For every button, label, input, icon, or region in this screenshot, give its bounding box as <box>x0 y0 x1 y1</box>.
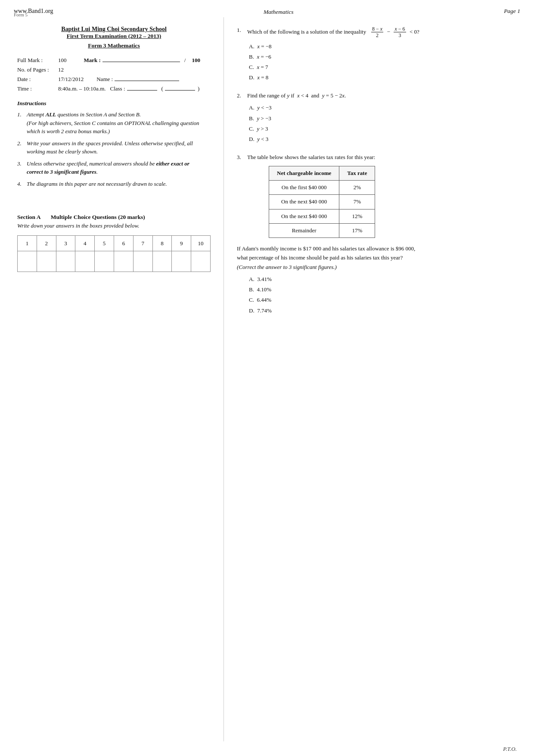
ans-num-9: 9 <box>172 236 191 251</box>
ans-box-3[interactable] <box>56 251 75 272</box>
q3-table-wrapper: Net chargeable income Tax rate On the fi… <box>247 166 521 238</box>
ans-box-10[interactable] <box>191 251 211 272</box>
fullmark-row: Full Mark : 100 Mark : / 100 <box>17 57 211 64</box>
all-bold: ALL <box>46 111 56 118</box>
q1-opt-c: C. x = 7 <box>249 63 521 72</box>
q3-opt-b: B. 4.10% <box>249 285 521 294</box>
q3-after-text: If Adam's monthly income is $17 000 and … <box>237 244 521 272</box>
form-title: Form 3 Mathematics <box>17 42 211 49</box>
tax-income-2: On the next $40 000 <box>269 195 339 209</box>
q2-text: Find the range of y if x < 4 and y = 5 −… <box>247 91 346 100</box>
frac-rhs-num: x − 6 <box>394 26 406 32</box>
answer-table: 1 2 3 4 5 6 7 8 9 10 <box>17 235 211 272</box>
q3-opt-d: D. 7.74% <box>249 306 521 315</box>
instr-num-4: 4. <box>17 180 27 188</box>
tax-income-remainder: Remainder <box>269 223 339 237</box>
ans-box-2[interactable] <box>37 251 56 272</box>
ans-num-6: 6 <box>114 236 133 251</box>
ans-box-9[interactable] <box>172 251 191 272</box>
ans-num-5: 5 <box>95 236 114 251</box>
q3-num: 3. <box>237 153 247 162</box>
frac-rhs-den: 3 <box>397 32 402 38</box>
instruction-4: 4. The diagrams in this paper are not ne… <box>17 180 211 188</box>
tax-income-1: On the first $40 000 <box>269 181 339 195</box>
section-a-header: Section A Multiple Choice Questions (20 … <box>17 214 211 221</box>
tax-row-3: On the next $40 000 12% <box>269 209 375 223</box>
instr-text-2: Write your answers in the spaces provide… <box>27 139 211 156</box>
tax-header-income: Net chargeable income <box>269 166 339 181</box>
ans-box-6[interactable] <box>114 251 133 272</box>
name-label: Name : <box>96 76 113 83</box>
instr-num-1: 1. <box>17 110 27 136</box>
ans-num-7: 7 <box>133 236 152 251</box>
q1-num: 1. <box>237 26 247 34</box>
page: www.Band1.org Mathematics Page 1 Form 5 … <box>0 0 534 756</box>
footer: P.T.O. <box>0 741 534 756</box>
tax-row-2: On the next $40 000 7% <box>269 195 375 209</box>
open-paren: ( <box>161 85 163 92</box>
time-value: 8:40a.m. – 10:10a.m. <box>58 85 106 92</box>
ans-box-7[interactable] <box>133 251 152 272</box>
section-a-title-text: Multiple Choice Questions (20 marks) <box>51 214 145 220</box>
close-paren: ) <box>198 85 199 92</box>
instr-text-4: The diagrams in this paper are not neces… <box>27 180 211 188</box>
pages-label: No. of Pages : <box>17 66 58 73</box>
ans-num-1: 1 <box>18 236 37 251</box>
ans-num-4: 4 <box>75 236 95 251</box>
date-row: Date : 17/12/2012 Name : <box>17 76 211 83</box>
tax-rate-2: 7% <box>339 195 375 209</box>
q1-line: 1. Which of the following is a solution … <box>237 26 521 39</box>
q2-opt-b: B. y > −3 <box>249 114 521 123</box>
ans-num-3: 3 <box>56 236 75 251</box>
time-row: Time : 8:40a.m. – 10:10a.m. Class : ( ) <box>17 85 211 92</box>
fullmark-label: Full Mark : <box>17 57 58 64</box>
question-1: 1. Which of the following is a solution … <box>237 26 521 82</box>
tax-row-remainder: Remainder 17% <box>269 223 375 237</box>
section-a: Section A Multiple Choice Questions (20 … <box>17 214 211 272</box>
frac-lhs-num: 8 − x <box>371 26 383 32</box>
q2-opt-a: A. y < −3 <box>249 103 521 112</box>
answer-numbers-row: 1 2 3 4 5 6 7 8 9 10 <box>18 236 211 251</box>
subject-label: Mathematics <box>53 8 504 16</box>
q1-opt-b: B. x = −6 <box>249 53 521 61</box>
tax-rate-remainder: 17% <box>339 223 375 237</box>
frac-lhs: 8 − x 2 <box>371 26 383 39</box>
ans-num-2: 2 <box>37 236 56 251</box>
q2-num: 2. <box>237 91 247 100</box>
section-a-subtitle: Write down your answers in the boxes pro… <box>17 222 211 229</box>
q3-options: A. 3.41% B. 4.10% C. 6.44% D. 7.74% <box>249 275 521 315</box>
section-a-label: Section A <box>17 214 40 220</box>
q1-options: A. x = −8 B. x = −6 C. x = 7 D. x = 8 <box>249 42 521 82</box>
time-label: Time : <box>17 85 58 92</box>
fullmark-value: 100 <box>58 57 67 64</box>
question-2: 2. Find the range of y if x < 4 and y = … <box>237 91 521 144</box>
q2-opt-d: D. y < 3 <box>249 135 521 144</box>
instructions-title: Instructions <box>17 100 211 107</box>
instr-num-3: 3. <box>17 159 27 176</box>
q3-line: 3. The table below shows the salaries ta… <box>237 153 521 162</box>
instruction-2: 2. Write your answers in the spaces prov… <box>17 139 211 156</box>
tax-row-1: On the first $40 000 2% <box>269 181 375 195</box>
name-blank <box>115 81 179 81</box>
instr-num-2: 2. <box>17 139 27 156</box>
ans-box-4[interactable] <box>75 251 95 272</box>
q1-opt-d: D. x = 8 <box>249 73 521 82</box>
ans-box-1[interactable] <box>18 251 37 272</box>
class-blank <box>127 90 157 91</box>
ans-box-8[interactable] <box>152 251 172 272</box>
class-label: Class : <box>110 85 125 92</box>
q3-opt-c: C. 6.44% <box>249 296 521 304</box>
tax-table: Net chargeable income Tax rate On the fi… <box>269 166 375 238</box>
tax-rate-1: 2% <box>339 181 375 195</box>
instruction-3: 3. Unless otherwise specified, numerical… <box>17 159 211 176</box>
mark-blank <box>102 62 180 62</box>
main-content: Baptist Lui Ming Choi Secondary School F… <box>0 17 534 741</box>
q1-text: Which of the following is a solution of … <box>247 26 419 39</box>
ans-num-8: 8 <box>152 236 172 251</box>
q2-opt-c: C. y > 3 <box>249 125 521 133</box>
tax-header-row: Net chargeable income Tax rate <box>269 166 375 181</box>
q3-correction-note: (Correct the answer to 3 significant fig… <box>237 264 337 270</box>
school-info: Baptist Lui Ming Choi Secondary School F… <box>17 26 211 49</box>
tax-rate-3: 12% <box>339 209 375 223</box>
ans-box-5[interactable] <box>95 251 114 272</box>
